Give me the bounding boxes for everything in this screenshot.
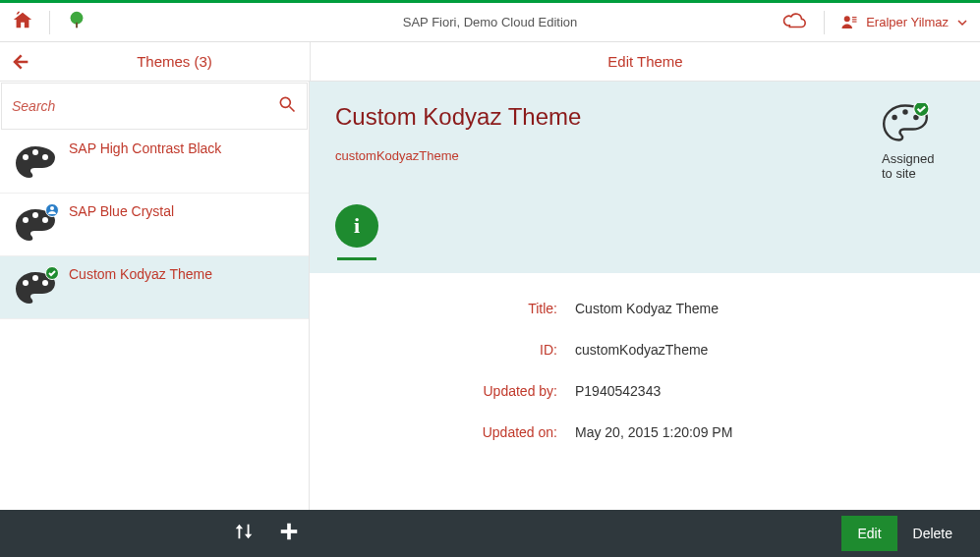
check-badge-icon <box>45 266 59 284</box>
svg-point-16 <box>23 280 29 286</box>
tab-underline <box>337 257 376 260</box>
form-value: May 20, 2015 1:20:09 PM <box>575 424 732 440</box>
svg-point-10 <box>42 154 48 160</box>
master-title: Themes (3) <box>39 53 310 70</box>
list-item[interactable]: SAP Blue Crystal <box>0 194 309 256</box>
svg-point-9 <box>32 149 38 155</box>
search-input[interactable] <box>12 98 277 114</box>
form-label: Updated on: <box>329 424 575 440</box>
svg-point-8 <box>23 154 29 160</box>
svg-line-7 <box>290 107 295 112</box>
field-updated-by: Updated by: P1940542343 <box>329 383 960 399</box>
svg-point-12 <box>32 212 38 218</box>
tab-info[interactable]: i <box>335 204 378 248</box>
list-item-label: Custom Kodyaz Theme <box>69 266 212 282</box>
palette-icon <box>14 144 57 180</box>
svg-rect-25 <box>281 529 298 533</box>
svg-point-21 <box>902 109 907 114</box>
svg-point-20 <box>892 115 896 120</box>
home-icon[interactable] <box>12 10 33 35</box>
field-updated-on: Updated on: May 20, 2015 1:20:09 PM <box>329 424 960 440</box>
search-row <box>1 83 308 130</box>
branding-bar: SAP Fiori, Demo Cloud Edition Eralper Yi… <box>0 3 980 42</box>
form-value: customKodyazTheme <box>575 342 708 358</box>
svg-rect-5 <box>852 21 857 22</box>
detail-panel: Custom Kodyaz Theme customKodyazTheme As… <box>310 82 980 510</box>
content: SAP High Contrast Black SAP Blue Crystal… <box>0 82 980 510</box>
list-item[interactable]: SAP High Contrast Black <box>0 131 309 194</box>
svg-point-2 <box>844 16 850 22</box>
detail-body: Title: Custom Kodyaz Theme ID: customKod… <box>310 273 980 510</box>
svg-point-11 <box>23 217 29 223</box>
footer: Edit Delete <box>0 510 980 557</box>
master-list: SAP High Contrast Black SAP Blue Crystal… <box>0 82 310 510</box>
palette-icon <box>14 270 57 306</box>
svg-point-0 <box>71 11 84 24</box>
detail-theme-title: Custom Kodyaz Theme <box>335 103 954 131</box>
list-item-label: SAP Blue Crystal <box>69 203 174 219</box>
list-item[interactable]: Custom Kodyaz Theme <box>0 256 309 319</box>
edit-button[interactable]: Edit <box>841 516 896 551</box>
sort-icon[interactable] <box>233 521 255 546</box>
svg-point-15 <box>50 206 54 210</box>
divider <box>49 11 50 34</box>
assigned-block: Assigned to site <box>882 103 952 181</box>
palette-icon <box>14 207 57 243</box>
detail-theme-id: customKodyazTheme <box>335 148 954 163</box>
divider <box>824 11 825 34</box>
svg-rect-1 <box>76 22 78 28</box>
form-label: Updated by: <box>329 383 575 399</box>
cloud-icon[interactable] <box>782 10 808 35</box>
tree-icon[interactable] <box>66 10 87 35</box>
form-value: P1940542343 <box>575 383 661 399</box>
user-menu[interactable]: Eralper Yilmaz <box>840 14 968 31</box>
form-value: Custom Kodyaz Theme <box>575 301 719 316</box>
svg-rect-3 <box>852 17 857 18</box>
subheader: Themes (3) Edit Theme <box>0 42 980 82</box>
form-label: Title: <box>329 301 575 316</box>
chevron-down-icon <box>956 17 968 28</box>
detail-title-bar: Edit Theme <box>310 42 980 81</box>
detail-header: Custom Kodyaz Theme customKodyazTheme As… <box>310 82 980 273</box>
assigned-label-1: Assigned <box>882 151 952 166</box>
user-icon <box>840 14 858 31</box>
add-icon[interactable] <box>278 521 300 546</box>
svg-rect-4 <box>852 19 857 20</box>
list-item-label: SAP High Contrast Black <box>69 140 221 156</box>
delete-button[interactable]: Delete <box>897 516 968 551</box>
svg-point-6 <box>280 97 290 107</box>
field-title: Title: Custom Kodyaz Theme <box>329 301 960 316</box>
user-name: Eralper Yilmaz <box>866 15 949 29</box>
form-label: ID: <box>329 342 575 358</box>
back-button[interactable] <box>0 52 39 72</box>
user-badge-icon <box>45 203 59 221</box>
detail-title-text: Edit Theme <box>607 53 682 70</box>
branding-title: SAP Fiori, Demo Cloud Edition <box>403 15 578 29</box>
field-id: ID: customKodyazTheme <box>329 342 960 358</box>
palette-icon <box>882 103 952 145</box>
search-icon[interactable] <box>277 94 297 118</box>
svg-point-17 <box>32 275 38 281</box>
assigned-label-2: to site <box>882 166 952 181</box>
